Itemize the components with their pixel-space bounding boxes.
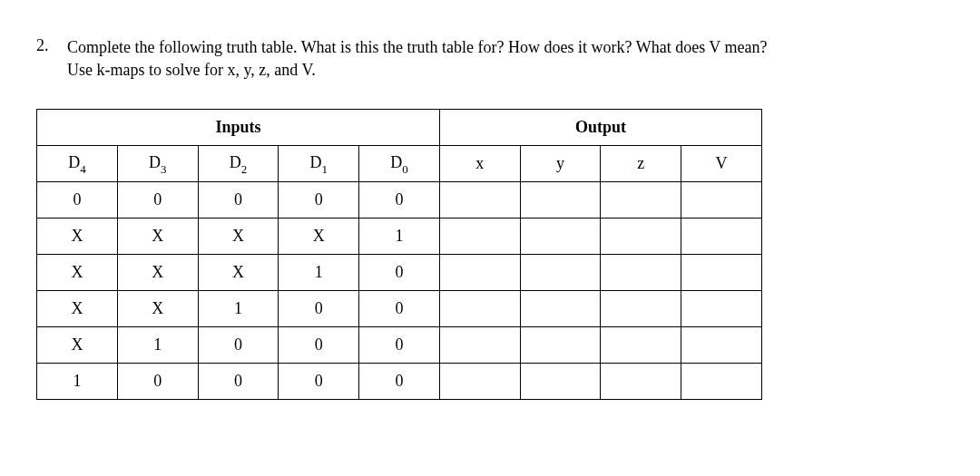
cell: X xyxy=(117,255,198,291)
cell xyxy=(439,291,520,327)
cell: 1 xyxy=(279,255,359,291)
question-text-line1: Complete the following truth table. What… xyxy=(67,38,768,56)
cell: 0 xyxy=(359,255,440,291)
question-text: Complete the following truth table. What… xyxy=(67,36,768,82)
inputs-header: Inputs xyxy=(37,110,440,146)
cell: X xyxy=(37,219,118,255)
cell: X xyxy=(37,255,118,291)
table-row: 1 0 0 0 0 xyxy=(37,364,762,400)
truth-table: Inputs Output D4 D3 D2 D1 D0 x y z V 0 0… xyxy=(36,109,762,400)
table-body: 0 0 0 0 0 X X X X 1 X X X 1 0 xyxy=(37,182,762,400)
table-column-header-row: D4 D3 D2 D1 D0 x y z V xyxy=(37,146,762,182)
cell: 0 xyxy=(279,291,359,327)
cell: 1 xyxy=(198,291,279,327)
question-text-line2: Use k-maps to solve for x, y, z, and V. xyxy=(67,61,316,79)
cell xyxy=(601,327,681,364)
col-d3: D3 xyxy=(117,146,198,182)
cell: 0 xyxy=(279,327,359,364)
col-x: x xyxy=(439,146,520,182)
cell xyxy=(681,364,762,400)
cell: 0 xyxy=(359,327,440,364)
cell xyxy=(601,364,681,400)
cell: X xyxy=(198,255,279,291)
cell: X xyxy=(37,291,118,327)
cell: 0 xyxy=(117,364,198,400)
cell: 1 xyxy=(37,364,118,400)
cell: X xyxy=(198,219,279,255)
cell: 0 xyxy=(198,327,279,364)
cell: X xyxy=(117,291,198,327)
cell xyxy=(439,255,520,291)
cell xyxy=(520,182,601,219)
cell xyxy=(520,364,601,400)
question-number: 2. xyxy=(36,36,56,55)
cell: X xyxy=(37,327,118,364)
cell xyxy=(681,327,762,364)
col-y: y xyxy=(520,146,601,182)
cell xyxy=(601,182,681,219)
cell xyxy=(681,255,762,291)
cell: 0 xyxy=(198,182,279,219)
cell xyxy=(439,182,520,219)
cell: 1 xyxy=(117,327,198,364)
cell xyxy=(439,364,520,400)
cell: 0 xyxy=(198,364,279,400)
cell xyxy=(681,219,762,255)
cell xyxy=(520,327,601,364)
cell xyxy=(520,291,601,327)
col-z: z xyxy=(601,146,681,182)
cell xyxy=(520,255,601,291)
cell xyxy=(439,327,520,364)
cell: 0 xyxy=(359,182,440,219)
cell xyxy=(520,219,601,255)
cell: 1 xyxy=(359,219,440,255)
col-d4: D4 xyxy=(37,146,118,182)
table-row: X X X 1 0 xyxy=(37,255,762,291)
cell xyxy=(601,255,681,291)
cell: 0 xyxy=(279,364,359,400)
table-row: X X X X 1 xyxy=(37,219,762,255)
table-row: X X 1 0 0 xyxy=(37,291,762,327)
col-d2: D2 xyxy=(198,146,279,182)
cell: 0 xyxy=(117,182,198,219)
cell: 0 xyxy=(359,291,440,327)
cell: 0 xyxy=(279,182,359,219)
table-header-group-row: Inputs Output xyxy=(37,110,762,146)
output-header: Output xyxy=(439,110,761,146)
cell: 0 xyxy=(359,364,440,400)
cell: X xyxy=(117,219,198,255)
question-block: 2. Complete the following truth table. W… xyxy=(27,36,953,82)
cell: X xyxy=(279,219,359,255)
cell xyxy=(439,219,520,255)
cell xyxy=(681,291,762,327)
cell xyxy=(601,219,681,255)
table-row: X 1 0 0 0 xyxy=(37,327,762,364)
table-row: 0 0 0 0 0 xyxy=(37,182,762,219)
col-d0: D0 xyxy=(359,146,440,182)
cell xyxy=(601,291,681,327)
col-d1: D1 xyxy=(279,146,359,182)
cell xyxy=(681,182,762,219)
col-v: V xyxy=(681,146,762,182)
cell: 0 xyxy=(37,182,118,219)
